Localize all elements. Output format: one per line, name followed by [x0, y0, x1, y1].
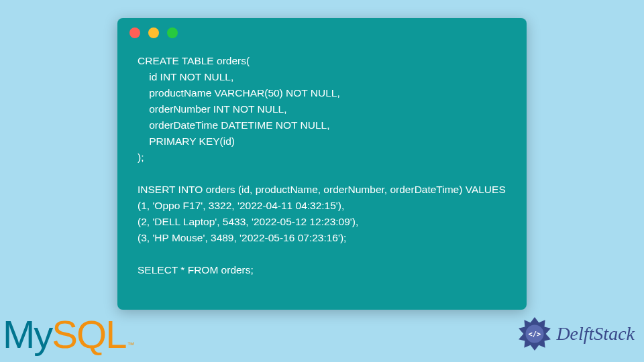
close-icon: [129, 27, 140, 38]
svg-text:</>: </>: [529, 330, 541, 338]
delftstack-text: DelftStack: [556, 323, 635, 345]
code-window: CREATE TABLE orders( id INT NOT NULL, pr…: [117, 18, 527, 310]
mysql-logo-tm: ™: [127, 341, 133, 357]
mysql-logo: MySQL™: [3, 312, 133, 357]
mysql-logo-my: My: [3, 312, 52, 357]
code-block: CREATE TABLE orders( id INT NOT NULL, pr…: [117, 44, 527, 292]
maximize-icon: [167, 27, 178, 38]
window-controls: [117, 18, 527, 44]
mysql-logo-sql: SQL: [52, 312, 125, 357]
delftstack-icon: </>: [517, 316, 552, 351]
minimize-icon: [148, 27, 159, 38]
delftstack-logo: </> DelftStack: [517, 316, 635, 351]
